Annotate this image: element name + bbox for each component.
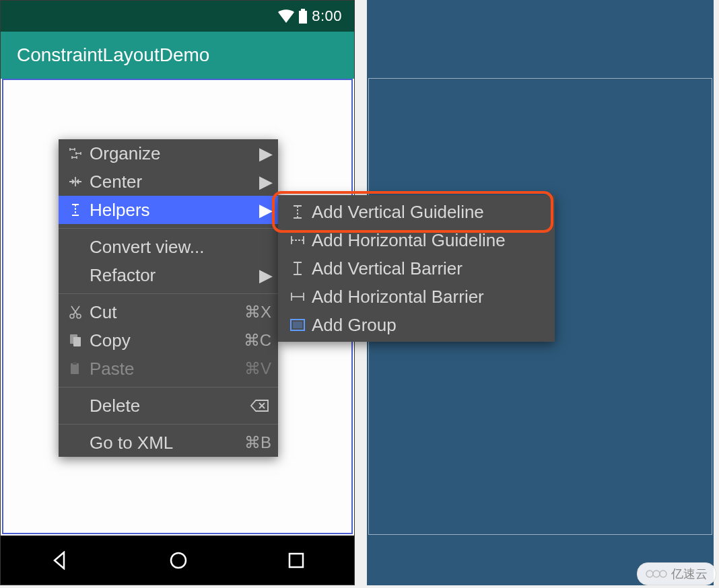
copy-icon (65, 333, 85, 348)
android-nav-bar (1, 536, 354, 585)
menu-copy[interactable]: Copy ⌘C (59, 326, 278, 355)
horizontal-guideline-icon (287, 233, 308, 248)
svg-rect-1 (301, 9, 305, 11)
menu-separator (59, 228, 278, 229)
svg-rect-9 (73, 362, 77, 365)
back-button[interactable] (50, 551, 69, 570)
svg-rect-7 (73, 337, 81, 346)
menu-goto-xml[interactable]: Go to XML ⌘B (59, 429, 278, 457)
shortcut-text: ⌘B (244, 433, 271, 452)
submenu-add-horizontal-guideline[interactable]: Add Horizontal Guideline (278, 226, 555, 254)
menu-refactor[interactable]: Refactor ▶ (59, 261, 278, 289)
wifi-icon (278, 9, 294, 23)
battery-icon (298, 9, 308, 24)
menu-separator (59, 387, 278, 388)
menu-separator (59, 293, 278, 294)
submenu-add-group[interactable]: Add Group (278, 311, 555, 339)
context-menu: Organize ▶ Center ▶ Helpers ▶ Convert vi… (59, 139, 278, 457)
watermark: 亿速云 (637, 562, 716, 585)
menu-center[interactable]: Center ▶ (59, 168, 278, 196)
submenu-add-vertical-barrier[interactable]: Add Vertical Barrier (278, 254, 555, 283)
svg-point-12 (646, 571, 653, 577)
status-bar: 8:00 (1, 1, 354, 32)
helpers-icon (65, 203, 85, 217)
svg-rect-3 (289, 554, 303, 567)
cut-icon (65, 305, 85, 320)
group-icon (287, 319, 308, 331)
vertical-guideline-icon (287, 204, 308, 220)
submenu-arrow-icon: ▶ (259, 172, 271, 192)
shortcut-text: ⌘V (244, 359, 271, 378)
app-title: ConstraintLayoutDemo (17, 44, 209, 66)
app-bar: ConstraintLayoutDemo (1, 32, 354, 79)
shortcut-text: ⌘C (244, 331, 271, 350)
menu-organize[interactable]: Organize ▶ (59, 139, 278, 168)
watermark-logo-icon (646, 568, 667, 580)
clock-text: 8:00 (312, 7, 342, 25)
svg-point-2 (171, 553, 186, 568)
vertical-barrier-icon (287, 260, 308, 277)
svg-point-13 (653, 571, 660, 577)
submenu-arrow-icon: ▶ (259, 143, 271, 164)
home-button[interactable] (168, 550, 189, 571)
paste-icon (65, 361, 85, 376)
watermark-text: 亿速云 (671, 566, 708, 582)
recents-button[interactable] (287, 552, 305, 569)
svg-rect-11 (293, 322, 302, 328)
submenu-arrow-icon: ▶ (259, 200, 271, 221)
helpers-submenu: Add Vertical Guideline Add Horizontal Gu… (278, 195, 555, 342)
organize-icon (65, 147, 85, 160)
svg-point-14 (660, 571, 666, 577)
horizontal-barrier-icon (287, 289, 308, 304)
center-icon (65, 175, 85, 188)
menu-delete[interactable]: Delete (59, 392, 278, 420)
menu-paste: Paste ⌘V (59, 355, 278, 383)
submenu-add-vertical-guideline[interactable]: Add Vertical Guideline (278, 198, 555, 226)
menu-cut[interactable]: Cut ⌘X (59, 298, 278, 326)
delete-key-icon (250, 398, 271, 413)
svg-rect-8 (71, 363, 79, 374)
submenu-add-horizontal-barrier[interactable]: Add Horizontal Barrier (278, 283, 555, 311)
menu-helpers[interactable]: Helpers ▶ (59, 196, 278, 224)
svg-rect-0 (299, 11, 307, 24)
submenu-arrow-icon: ▶ (259, 265, 271, 286)
menu-convert-view[interactable]: Convert view... (59, 233, 278, 261)
shortcut-text: ⌘X (244, 303, 271, 322)
menu-separator (59, 424, 278, 425)
